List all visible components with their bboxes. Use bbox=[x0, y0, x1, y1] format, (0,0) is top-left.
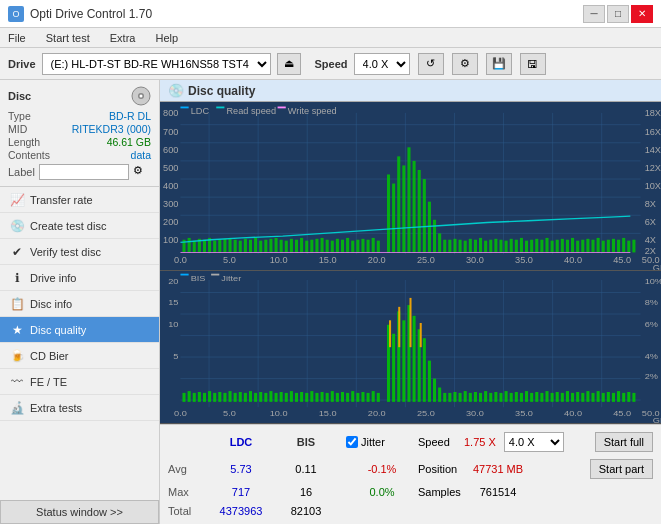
svg-rect-83 bbox=[356, 240, 359, 253]
svg-rect-262 bbox=[607, 392, 610, 402]
svg-rect-243 bbox=[510, 393, 513, 402]
svg-rect-200 bbox=[285, 393, 288, 402]
svg-rect-73 bbox=[305, 241, 308, 253]
svg-rect-246 bbox=[525, 391, 528, 402]
disc-icon bbox=[131, 86, 151, 106]
svg-rect-197 bbox=[269, 391, 272, 402]
disc-label-input[interactable] bbox=[39, 164, 129, 180]
svg-rect-257 bbox=[581, 393, 584, 402]
refresh-button[interactable]: ↺ bbox=[418, 53, 444, 75]
svg-rect-203 bbox=[300, 392, 303, 402]
jitter-checkbox[interactable] bbox=[346, 436, 358, 448]
svg-rect-113 bbox=[515, 240, 518, 253]
svg-rect-195 bbox=[259, 392, 262, 402]
speed-select[interactable]: 4.0 X bbox=[354, 53, 410, 75]
sidebar-item-verify-test-disc[interactable]: ✔ Verify test disc bbox=[0, 239, 159, 265]
menu-extra[interactable]: Extra bbox=[106, 30, 140, 46]
svg-rect-217 bbox=[372, 391, 375, 402]
svg-rect-199 bbox=[280, 392, 283, 402]
sidebar-item-drive-info[interactable]: ℹ Drive info bbox=[0, 265, 159, 291]
svg-rect-190 bbox=[234, 393, 237, 402]
maximize-button[interactable]: □ bbox=[607, 5, 629, 23]
minimize-button[interactable]: ─ bbox=[583, 5, 605, 23]
disc-quality-header-icon: 💿 bbox=[168, 83, 184, 98]
svg-rect-71 bbox=[295, 240, 298, 253]
sidebar-item-fe-te[interactable]: 〰 FE / TE bbox=[0, 369, 159, 395]
svg-rect-74 bbox=[310, 240, 313, 253]
svg-rect-51 bbox=[193, 241, 196, 253]
position-label: Position bbox=[418, 463, 468, 475]
sidebar-item-extra-tests[interactable]: 🔬 Extra tests bbox=[0, 395, 159, 421]
fe-te-icon: 〰 bbox=[10, 375, 24, 389]
svg-rect-77 bbox=[326, 240, 329, 253]
svg-rect-256 bbox=[576, 392, 579, 402]
sidebar-item-cd-bier[interactable]: 🍺 CD Bier bbox=[0, 343, 159, 369]
svg-rect-255 bbox=[571, 393, 574, 402]
svg-rect-247 bbox=[530, 393, 533, 402]
svg-rect-104 bbox=[469, 239, 472, 253]
disc-panel-title: Disc bbox=[8, 90, 31, 102]
svg-rect-241 bbox=[499, 393, 502, 402]
status-window-button[interactable]: Status window >> bbox=[0, 500, 159, 524]
charts-area: 800 700 600 500 400 300 200 100 18X 16X … bbox=[160, 102, 661, 424]
svg-rect-227 bbox=[428, 360, 431, 401]
svg-rect-212 bbox=[346, 393, 349, 402]
main-area: Disc Type BD-R DL MID RITEKDR3 (000) Le bbox=[0, 80, 661, 524]
svg-text:Read speed: Read speed bbox=[226, 106, 276, 115]
svg-rect-61 bbox=[244, 239, 247, 253]
stats-speed-select[interactable]: 4.0 X bbox=[504, 432, 564, 452]
svg-rect-271 bbox=[420, 323, 422, 347]
svg-text:BIS: BIS bbox=[191, 273, 206, 282]
svg-text:6X: 6X bbox=[645, 218, 656, 227]
ldc-chart-svg: 800 700 600 500 400 300 200 100 18X 16X … bbox=[160, 102, 661, 270]
save-button[interactable]: 🖫 bbox=[520, 53, 546, 75]
svg-rect-141 bbox=[278, 107, 286, 109]
svg-rect-111 bbox=[505, 241, 508, 253]
svg-text:14X: 14X bbox=[645, 145, 661, 154]
start-full-button[interactable]: Start full bbox=[595, 432, 653, 452]
drive-label: Drive bbox=[8, 58, 36, 70]
svg-text:40.0: 40.0 bbox=[564, 256, 582, 265]
drive-info-icon: ℹ bbox=[10, 271, 24, 285]
svg-rect-135 bbox=[627, 241, 630, 253]
svg-rect-89 bbox=[392, 184, 395, 253]
drive-select[interactable]: (E:) HL-DT-ST BD-RE WH16NS58 TST4 bbox=[42, 53, 271, 75]
menu-file[interactable]: File bbox=[4, 30, 30, 46]
menu-start-test[interactable]: Start test bbox=[42, 30, 94, 46]
svg-rect-222 bbox=[402, 320, 405, 402]
start-part-button[interactable]: Start part bbox=[590, 459, 653, 479]
config-button[interactable]: ⚙ bbox=[452, 53, 478, 75]
svg-rect-105 bbox=[474, 240, 477, 253]
sidebar-item-transfer-rate[interactable]: 📈 Transfer rate bbox=[0, 187, 159, 213]
svg-text:15: 15 bbox=[168, 297, 178, 306]
stats-headers-row: LDC BIS Jitter Speed 1.75 X 4.0 X Start … bbox=[168, 432, 653, 452]
menu-help[interactable]: Help bbox=[151, 30, 182, 46]
svg-text:20.0: 20.0 bbox=[368, 408, 386, 417]
svg-rect-139 bbox=[216, 107, 224, 109]
svg-rect-123 bbox=[566, 240, 569, 253]
speed-header: Speed bbox=[418, 436, 460, 448]
svg-rect-90 bbox=[397, 156, 400, 252]
sidebar-item-disc-quality[interactable]: ★ Disc quality bbox=[0, 317, 159, 343]
position-value: 47731 MB bbox=[468, 463, 528, 475]
close-button[interactable]: ✕ bbox=[631, 5, 653, 23]
content-area: 💿 Disc quality bbox=[160, 80, 661, 524]
svg-rect-182 bbox=[193, 393, 196, 402]
disc-quality-icon: ★ bbox=[10, 323, 24, 337]
svg-rect-208 bbox=[326, 393, 329, 402]
svg-rect-186 bbox=[213, 393, 216, 402]
disc-panel-header: Disc bbox=[8, 86, 151, 106]
media-button[interactable]: 💾 bbox=[486, 53, 512, 75]
svg-rect-68 bbox=[280, 240, 283, 253]
max-jitter: 0.0% bbox=[346, 486, 418, 498]
svg-rect-103 bbox=[464, 241, 467, 253]
eject-button[interactable]: ⏏ bbox=[277, 53, 301, 75]
sidebar-item-create-test-disc[interactable]: 💿 Create test disc bbox=[0, 213, 159, 239]
svg-rect-100 bbox=[448, 240, 451, 253]
disc-label-icon-button[interactable]: ⚙ bbox=[133, 164, 149, 180]
sidebar-item-disc-info[interactable]: 📋 Disc info bbox=[0, 291, 159, 317]
svg-text:600: 600 bbox=[163, 145, 179, 154]
svg-text:GB: GB bbox=[653, 416, 661, 423]
svg-rect-65 bbox=[264, 240, 267, 253]
sidebar-item-label: Extra tests bbox=[30, 402, 82, 414]
